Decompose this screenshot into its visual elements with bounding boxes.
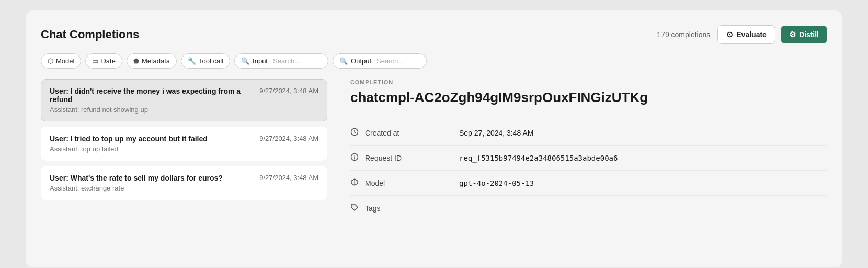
toolcall-icon: 🔧 [188,57,196,65]
list-item-date: 9/27/2024, 3:48 AM [259,87,318,95]
cube-icon [350,178,365,188]
list-item-title: User: What's the rate to sell my dollars… [50,174,254,182]
main-content: User: I didn't receive the money i was e… [41,79,827,267]
header-row: Chat Completions 179 completions ⊙ Evalu… [41,25,827,44]
date-icon: ▭ [92,57,98,65]
request-id-key: Request ID [365,154,459,162]
filter-date[interactable]: ▭ Date [85,53,122,69]
detail-panel: COMPLETION chatcmpl-AC2oZgh94gIM9srpOuxF… [334,79,827,267]
list-item[interactable]: User: I didn't receive the money i was e… [41,79,327,121]
created-at-value: Sep 27, 2024, 3:48 AM [459,129,533,137]
app-container: Chat Completions 179 completions ⊙ Evalu… [26,10,842,267]
completion-id: chatcmpl-AC2oZgh94gIM9srpOuxFINGizUTKg [350,90,827,106]
distill-label: Distill [799,30,819,39]
header-right: 179 completions ⊙ Evaluate ⚙ Distill [657,25,827,44]
tag-icon [350,203,365,213]
distill-button[interactable]: ⚙ Distill [781,26,827,43]
list-item-header: User: I didn't receive the money i was e… [50,87,318,104]
request-id-value: req_f5315b97494e2a34806515a3abde00a6 [459,154,618,162]
filter-date-label: Date [101,57,115,65]
list-item-subtitle: Assistant: refund not showing up [50,106,318,114]
filter-toolcall[interactable]: 🔧 Tool call [181,53,230,69]
svg-point-2 [354,155,355,156]
completion-section-label: COMPLETION [350,79,827,85]
created-at-key: Created at [365,129,459,137]
evaluate-label: Evaluate [736,30,767,39]
distill-icon: ⚙ [789,30,796,39]
filter-row: ⬡ Model ▭ Date ⬟ Metadata 🔧 Tool call 🔍 … [41,53,827,69]
list-item-title: User: I tried to top up my account but i… [50,135,254,143]
filter-model[interactable]: ⬡ Model [41,53,81,69]
detail-row-request-id: Request ID req_f5315b97494e2a34806515a3a… [350,146,827,171]
output-search-chip[interactable]: 🔍 Output Search... [333,53,427,69]
model-icon: ⬡ [48,57,53,65]
filter-metadata-label: Metadata [142,57,170,65]
model-key: Model [365,179,459,187]
clock-icon [350,128,365,138]
input-search-label: Input [253,57,268,65]
evaluate-icon: ⊙ [726,30,733,39]
completions-count: 179 completions [657,30,710,39]
list-item-header: User: What's the rate to sell my dollars… [50,174,318,182]
list-item-date: 9/27/2024, 3:48 AM [259,174,318,182]
output-search-label: Output [351,57,371,65]
detail-row-model: Model gpt-4o-2024-05-13 [350,171,827,196]
model-value: gpt-4o-2024-05-13 [459,179,534,187]
svg-point-6 [353,206,354,207]
evaluate-button[interactable]: ⊙ Evaluate [717,25,775,44]
list-item-header: User: I tried to top up my account but i… [50,135,318,143]
list-panel: User: I didn't receive the money i was e… [41,79,334,267]
filter-metadata[interactable]: ⬟ Metadata [127,53,177,69]
input-search-placeholder: Search... [273,57,300,65]
list-item-date: 9/27/2024, 3:48 AM [259,135,318,142]
tags-key: Tags [365,204,459,213]
list-item-subtitle: Assistant: top up failed [50,145,318,153]
page-title: Chat Completions [41,28,139,41]
input-search-chip[interactable]: 🔍 Input Search... [234,53,328,69]
list-item-subtitle: Assistant: exchange rate [50,184,318,192]
input-search-icon: 🔍 [241,57,249,65]
list-item-title: User: I didn't receive the money i was e… [50,87,254,104]
list-item[interactable]: User: I tried to top up my account but i… [41,127,327,161]
list-item[interactable]: User: What's the rate to sell my dollars… [41,166,327,200]
filter-toolcall-label: Tool call [199,57,223,65]
output-search-placeholder: Search... [376,57,404,65]
output-search-icon: 🔍 [339,57,348,65]
filter-model-label: Model [56,57,74,65]
detail-row-tags: Tags [350,196,827,220]
metadata-icon: ⬟ [133,57,139,65]
detail-fields: Created at Sep 27, 2024, 3:48 AM Request… [350,120,827,220]
detail-row-created-at: Created at Sep 27, 2024, 3:48 AM [350,120,827,146]
info-icon [350,153,365,163]
